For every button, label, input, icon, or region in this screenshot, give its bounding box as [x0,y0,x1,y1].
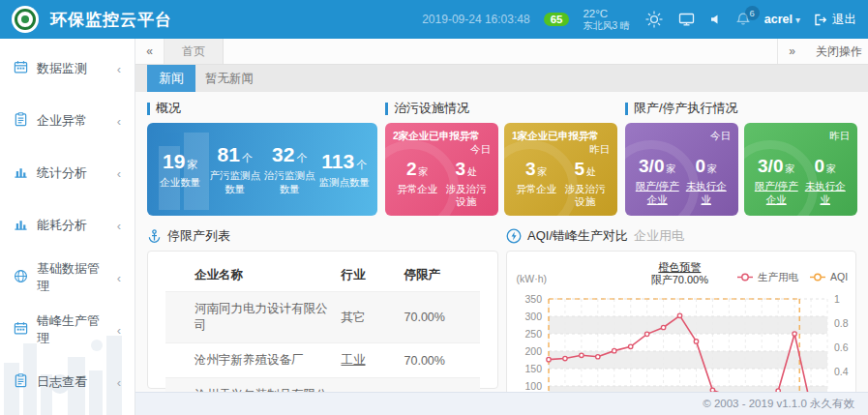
sidebar-item-data-monitoring[interactable]: 数据监测‹ [0,43,135,95]
y-right-tick: 1 [834,293,840,305]
chart-section-title: AQI/错峰生产对比 企业用电 [506,227,856,245]
main-area: « 首页 » 关闭操作 新闻 暂无新闻 概况 19家企业数量81个产污监测点数量… [135,39,868,415]
limit-percent-cell: 70.00% [399,343,481,378]
legend-item-power[interactable]: 生产用电 [737,271,799,282]
list-card: 企业名称行业停限产 河南同力电力设计有限公司其它70.00%沧州宇新养殖设备厂工… [147,251,498,389]
username: acrel [764,13,793,26]
overview-stat-number: 32个 [262,143,317,166]
logout-button[interactable]: 退出 [814,12,856,28]
app-title: 环保监控云平台 [50,9,172,31]
card-stat-label: 异常企业 [512,183,561,209]
app-header: 环保监控云平台 2019-09-24 16:03:48 65 22°C 东北风3… [0,0,868,39]
caret-down-icon: ▾ [795,15,800,25]
overview-stat: 113个监测点数量 [317,150,373,189]
news-content: 暂无新闻 [205,71,254,87]
database-icon [14,269,28,287]
y-right-tick: 0.6 [834,341,849,353]
stat-unit: 家 [826,163,836,174]
production-section-title: 限产/停产执行情况 [625,100,857,117]
bell-icon[interactable]: 6 [735,12,751,27]
legend-item-aqi[interactable]: AQI [810,271,848,282]
overview-card: 19家企业数量81个产污监测点数量32个治污监测点数量113个监测点数量 [147,123,377,216]
card-stat-label[interactable]: 未执行企业 [682,180,732,206]
svg-text:生产用电: 生产用电 [758,271,799,282]
close-actions-button[interactable]: 关闭操作 [806,39,868,64]
treatment-card-today[interactable]: 2家企业已申报异常今日2家3处异常企业涉及治污设施 [385,123,498,216]
overview-stat-number: 19家 [153,150,208,173]
sidebar-item-statistics-analysis[interactable]: 统计分析‹ [0,147,135,199]
stat-unit: 家 [419,166,429,177]
card-period-label: 昨日 [512,143,610,158]
stat-value: 19 [163,150,185,172]
speaker-icon[interactable] [708,13,722,26]
card-stat-label[interactable]: 限产/停产企业 [633,180,682,206]
sidebar-item-base-data-management[interactable]: 基础数据管理‹ [0,252,135,304]
stat-unit: 家 [707,163,717,174]
card-stat: 3/0家 [633,156,682,177]
sidebar-item-label: 数据监测 [37,60,87,77]
industry-value[interactable]: 工业 [342,353,366,367]
sidebar-item-energy-analysis[interactable]: 能耗分析‹ [0,199,135,252]
monitor-icon[interactable] [678,12,695,27]
stat-value: 5 [574,159,584,179]
y-right-tick: 0.8 [834,317,849,329]
card-period-label: 昨日 [752,130,850,144]
tab-home[interactable]: 首页 [165,39,224,64]
calendar-icon [14,60,28,78]
chevron-left-icon: ‹ [117,219,121,233]
section-title-text: 限产/停产执行情况 [634,100,738,117]
lightning-icon [506,228,522,244]
production-card-yesterday[interactable]: 昨日3/0家0家限产/停产企业未执行企业 [744,123,857,216]
chart-title-text: AQI/错峰生产对比 [527,227,628,245]
card-headline: 1家企业已申报异常 [512,130,610,143]
data-point [580,353,584,357]
sidebar-item-enterprise-abnormal[interactable]: 企业异常‹ [0,95,135,147]
anchor-icon [147,229,162,244]
aqi-chart[interactable]: 35030025020015010050010.80.60.40.2(kW·h)… [508,252,854,415]
table-header-cell: 行业 [336,259,399,292]
stat-label: 企业数量 [153,176,208,189]
stat-unit: 个 [296,152,307,163]
chart-card: 35030025020015010050010.80.60.40.2(kW·h)… [506,251,856,415]
logout-icon [814,14,827,26]
production-card-today[interactable]: 今日3/0家0家限产/停产企业未执行企业 [625,123,738,216]
stat-unit: 家 [666,163,675,174]
card-stat-label[interactable]: 未执行企业 [801,180,851,206]
chart-subtitle-text: 企业用电 [634,227,684,245]
section-title-text: 停限产列表 [167,227,230,245]
logout-label: 退出 [832,12,856,28]
footer-bar: © 2003 - 2019 v1.1.0 永久有效 [135,392,868,415]
sun-icon [644,9,665,30]
data-point [613,348,616,352]
chevron-left-icon: ‹ [117,166,121,181]
scroll-tabs-left-button[interactable]: « [135,39,165,64]
bar-chart-icon [14,164,28,183]
sidebar-item-offpeak-production-management[interactable]: 错峰生产管理‹ [0,304,135,356]
stat-value: 3/0 [639,156,664,176]
stat-label: 治污监测点数量 [262,169,317,194]
y-left-tick: 150 [524,363,542,374]
sidebar-item-log-view[interactable]: 日志查看‹ [0,356,135,408]
stat-unit: 家 [187,159,197,170]
scroll-tabs-right-button[interactable]: » [777,39,806,64]
news-label-button[interactable]: 新闻 [147,65,195,92]
table-header-cell: 停限产 [399,259,481,292]
app-logo-icon [12,6,39,33]
y-axis-unit: (kW·h) [517,273,548,284]
user-menu[interactable]: acrel ▾ [764,13,800,26]
card-labels-row: 限产/停产企业未执行企业 [752,180,850,206]
card-stats-row: 3/0家0家 [752,156,850,177]
clipboard-icon [14,112,28,131]
stat-unit: 处 [586,166,596,177]
card-stat: 3处 [442,159,492,180]
list-section: 停限产列表 企业名称行业停限产 河南同力电力设计有限公司其它70.00%沧州宇新… [147,227,498,415]
data-point [547,357,551,361]
data-point [563,356,567,360]
stat-unit: 家 [785,163,794,174]
card-stat-label[interactable]: 限产/停产企业 [752,180,801,206]
calendar-icon [14,321,28,340]
stat-value: 3 [455,159,465,179]
table-header-row: 企业名称行业停限产 [165,259,480,292]
treatment-card-yesterday[interactable]: 1家企业已申报异常昨日3家5处异常企业涉及治污设施 [504,123,617,216]
card-stat-label: 涉及治污设施 [561,183,611,209]
